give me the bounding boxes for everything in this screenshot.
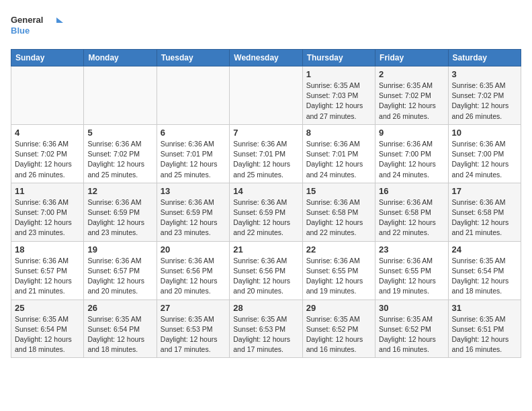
calendar-cell: 10Sunrise: 6:36 AMSunset: 7:00 PMDayligh… — [448, 124, 521, 183]
day-info: Sunrise: 6:36 AMSunset: 7:00 PMDaylight:… — [15, 197, 80, 238]
day-info: Sunrise: 6:35 AMSunset: 6:54 PMDaylight:… — [87, 314, 152, 355]
weekday-header-thursday: Thursday — [302, 50, 375, 66]
day-number: 3 — [452, 69, 517, 79]
day-info: Sunrise: 6:35 AMSunset: 6:54 PMDaylight:… — [452, 256, 517, 297]
calendar-cell: 27Sunrise: 6:35 AMSunset: 6:53 PMDayligh… — [157, 300, 229, 358]
calendar-cell: 11Sunrise: 6:36 AMSunset: 7:00 PMDayligh… — [11, 183, 84, 241]
day-info: Sunrise: 6:36 AMSunset: 6:58 PMDaylight:… — [306, 197, 371, 238]
calendar-cell: 29Sunrise: 6:35 AMSunset: 6:52 PMDayligh… — [302, 300, 375, 358]
day-number: 4 — [15, 128, 80, 138]
day-info: Sunrise: 6:36 AMSunset: 6:56 PMDaylight:… — [161, 256, 226, 297]
calendar-cell: 26Sunrise: 6:35 AMSunset: 6:54 PMDayligh… — [84, 300, 157, 358]
calendar-cell: 15Sunrise: 6:36 AMSunset: 6:58 PMDayligh… — [302, 183, 375, 241]
weekday-header-sunday: Sunday — [11, 50, 84, 66]
calendar-cell: 21Sunrise: 6:36 AMSunset: 6:56 PMDayligh… — [230, 241, 302, 300]
calendar-cell: 2Sunrise: 6:35 AMSunset: 7:02 PMDaylight… — [375, 66, 448, 125]
calendar-cell — [84, 66, 157, 125]
calendar-cell: 20Sunrise: 6:36 AMSunset: 6:56 PMDayligh… — [157, 241, 229, 300]
calendar-cell: 7Sunrise: 6:36 AMSunset: 7:01 PMDaylight… — [230, 124, 302, 183]
day-number: 22 — [306, 244, 371, 255]
day-number: 25 — [15, 303, 80, 313]
day-number: 9 — [379, 128, 444, 138]
day-number: 19 — [87, 244, 152, 255]
day-info: Sunrise: 6:36 AMSunset: 6:57 PMDaylight:… — [87, 256, 152, 297]
day-number: 16 — [379, 186, 444, 196]
calendar-cell: 22Sunrise: 6:36 AMSunset: 6:55 PMDayligh… — [302, 241, 375, 300]
day-info: Sunrise: 6:36 AMSunset: 7:02 PMDaylight:… — [15, 139, 80, 180]
day-info: Sunrise: 6:36 AMSunset: 6:57 PMDaylight:… — [15, 256, 80, 297]
day-info: Sunrise: 6:35 AMSunset: 7:03 PMDaylight:… — [306, 81, 371, 122]
calendar-cell: 1Sunrise: 6:35 AMSunset: 7:03 PMDaylight… — [302, 66, 375, 125]
day-info: Sunrise: 6:36 AMSunset: 6:55 PMDaylight:… — [379, 256, 444, 297]
day-info: Sunrise: 6:36 AMSunset: 6:58 PMDaylight:… — [379, 197, 444, 238]
calendar-cell: 18Sunrise: 6:36 AMSunset: 6:57 PMDayligh… — [11, 241, 84, 300]
calendar-cell: 12Sunrise: 6:36 AMSunset: 6:59 PMDayligh… — [84, 183, 157, 241]
calendar-cell: 25Sunrise: 6:35 AMSunset: 6:54 PMDayligh… — [11, 300, 84, 358]
day-number: 2 — [379, 69, 444, 79]
day-number: 13 — [161, 186, 226, 196]
day-info: Sunrise: 6:36 AMSunset: 7:02 PMDaylight:… — [87, 139, 152, 180]
calendar-cell — [11, 66, 84, 125]
day-number: 21 — [233, 244, 298, 255]
calendar-cell: 28Sunrise: 6:35 AMSunset: 6:53 PMDayligh… — [230, 300, 302, 358]
day-number: 15 — [306, 186, 371, 196]
week-row-5: 25Sunrise: 6:35 AMSunset: 6:54 PMDayligh… — [11, 300, 521, 358]
week-row-4: 18Sunrise: 6:36 AMSunset: 6:57 PMDayligh… — [11, 241, 521, 300]
day-number: 12 — [87, 186, 152, 196]
day-info: Sunrise: 6:35 AMSunset: 6:51 PMDaylight:… — [452, 314, 517, 355]
day-info: Sunrise: 6:36 AMSunset: 7:01 PMDaylight:… — [233, 139, 298, 180]
day-info: Sunrise: 6:35 AMSunset: 6:53 PMDaylight:… — [233, 314, 298, 355]
day-info: Sunrise: 6:36 AMSunset: 6:56 PMDaylight:… — [233, 256, 298, 297]
calendar-cell: 31Sunrise: 6:35 AMSunset: 6:51 PMDayligh… — [448, 300, 521, 358]
day-info: Sunrise: 6:36 AMSunset: 6:59 PMDaylight:… — [233, 197, 298, 238]
day-info: Sunrise: 6:36 AMSunset: 7:00 PMDaylight:… — [452, 139, 517, 180]
day-number: 1 — [306, 69, 371, 79]
calendar-cell: 13Sunrise: 6:36 AMSunset: 6:59 PMDayligh… — [157, 183, 229, 241]
day-number: 26 — [87, 303, 152, 313]
day-info: Sunrise: 6:36 AMSunset: 6:58 PMDaylight:… — [452, 197, 517, 238]
calendar-cell: 5Sunrise: 6:36 AMSunset: 7:02 PMDaylight… — [84, 124, 157, 183]
day-info: Sunrise: 6:35 AMSunset: 7:02 PMDaylight:… — [379, 81, 444, 122]
day-info: Sunrise: 6:35 AMSunset: 6:53 PMDaylight:… — [161, 314, 226, 355]
calendar-cell — [230, 66, 302, 125]
day-number: 18 — [15, 244, 80, 255]
svg-marker-2 — [56, 17, 63, 23]
calendar-cell: 23Sunrise: 6:36 AMSunset: 6:55 PMDayligh… — [375, 241, 448, 300]
day-number: 23 — [379, 244, 444, 255]
svg-text:Blue: Blue — [11, 26, 30, 36]
weekday-header-saturday: Saturday — [448, 50, 521, 66]
calendar-cell: 30Sunrise: 6:35 AMSunset: 6:52 PMDayligh… — [375, 300, 448, 358]
day-number: 31 — [452, 303, 517, 313]
day-number: 20 — [161, 244, 226, 255]
weekday-header-row: SundayMondayTuesdayWednesdayThursdayFrid… — [11, 50, 521, 66]
day-info: Sunrise: 6:35 AMSunset: 6:54 PMDaylight:… — [15, 314, 80, 355]
weekday-header-monday: Monday — [84, 50, 157, 66]
calendar-cell: 14Sunrise: 6:36 AMSunset: 6:59 PMDayligh… — [230, 183, 302, 241]
week-row-3: 11Sunrise: 6:36 AMSunset: 7:00 PMDayligh… — [11, 183, 521, 241]
day-number: 11 — [15, 186, 80, 196]
day-info: Sunrise: 6:35 AMSunset: 6:52 PMDaylight:… — [306, 314, 371, 355]
day-number: 29 — [306, 303, 371, 313]
calendar-cell: 17Sunrise: 6:36 AMSunset: 6:58 PMDayligh… — [448, 183, 521, 241]
calendar-table: SundayMondayTuesdayWednesdayThursdayFrid… — [11, 49, 521, 358]
calendar-cell: 4Sunrise: 6:36 AMSunset: 7:02 PMDaylight… — [11, 124, 84, 183]
calendar-cell: 16Sunrise: 6:36 AMSunset: 6:58 PMDayligh… — [375, 183, 448, 241]
day-number: 6 — [161, 128, 226, 138]
calendar-cell: 19Sunrise: 6:36 AMSunset: 6:57 PMDayligh… — [84, 241, 157, 300]
day-info: Sunrise: 6:36 AMSunset: 6:59 PMDaylight:… — [161, 197, 226, 238]
day-number: 24 — [452, 244, 517, 255]
day-number: 14 — [233, 186, 298, 196]
day-number: 30 — [379, 303, 444, 313]
week-row-2: 4Sunrise: 6:36 AMSunset: 7:02 PMDaylight… — [11, 124, 521, 183]
calendar-cell: 9Sunrise: 6:36 AMSunset: 7:00 PMDaylight… — [375, 124, 448, 183]
day-number: 5 — [87, 128, 152, 138]
day-info: Sunrise: 6:35 AMSunset: 7:02 PMDaylight:… — [452, 81, 517, 122]
calendar-cell: 6Sunrise: 6:36 AMSunset: 7:01 PMDaylight… — [157, 124, 229, 183]
day-info: Sunrise: 6:36 AMSunset: 7:01 PMDaylight:… — [306, 139, 371, 180]
logo-svg: General Blue — [11, 11, 64, 41]
day-info: Sunrise: 6:35 AMSunset: 6:52 PMDaylight:… — [379, 314, 444, 355]
week-row-1: 1Sunrise: 6:35 AMSunset: 7:03 PMDaylight… — [11, 66, 521, 125]
day-number: 17 — [452, 186, 517, 196]
calendar-cell: 24Sunrise: 6:35 AMSunset: 6:54 PMDayligh… — [448, 241, 521, 300]
calendar-cell: 3Sunrise: 6:35 AMSunset: 7:02 PMDaylight… — [448, 66, 521, 125]
